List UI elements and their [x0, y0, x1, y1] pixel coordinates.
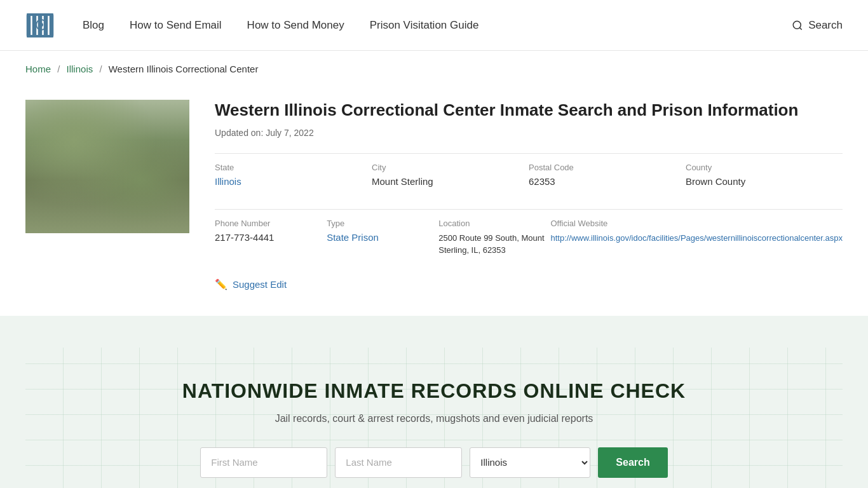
prison-title: Western Illinois Correctional Center Inm… [215, 100, 843, 121]
header-search[interactable]: Search [792, 19, 843, 32]
nav-blog[interactable]: Blog [83, 19, 104, 32]
suggest-edit-area: ✏️ Suggest Edit [215, 278, 843, 290]
city-value: Mount Sterling [372, 176, 529, 187]
aerial-svg: alleghanyshcriff.org [25, 100, 189, 233]
svg-line-23 [83, 189, 114, 201]
svg-rect-6 [27, 35, 53, 37]
svg-point-8 [39, 23, 43, 27]
location-label: Location [438, 219, 550, 228]
bottom-section-inner: NATIONWIDE INMATE RECORDS ONLINE CHECK J… [25, 348, 843, 488]
state-select[interactable]: AlabamaAlaskaArizonaArkansasCaliforniaCo… [470, 447, 590, 478]
phone-cell: Phone Number 217-773-4441 [215, 209, 327, 266]
info-grid-row1: State Illinois City Mount Sterling Posta… [215, 153, 843, 196]
search-label: Search [808, 19, 843, 32]
city-label: City [372, 163, 529, 172]
type-cell: Type State Prison [327, 209, 438, 266]
svg-line-10 [800, 27, 802, 29]
svg-rect-15 [25, 160, 189, 163]
svg-line-24 [83, 189, 114, 201]
main-content: alleghanyshcriff.org Western Illinois Co… [0, 87, 868, 316]
prison-image: alleghanyshcriff.org [25, 100, 189, 233]
website-value[interactable]: http://www.illinois.gov/idoc/facilities/… [550, 233, 843, 243]
postal-label: Postal Code [529, 163, 686, 172]
postal-cell: Postal Code 62353 [529, 153, 686, 196]
breadcrumb: Home / Illinois / Western Illinois Corre… [0, 51, 868, 87]
svg-rect-11 [25, 100, 189, 233]
state-label: State [215, 163, 372, 172]
svg-rect-29 [79, 128, 165, 224]
svg-rect-5 [27, 13, 53, 16]
state-cell: State Illinois [215, 153, 372, 196]
svg-line-26 [121, 189, 159, 201]
svg-rect-18 [108, 135, 127, 147]
pencil-icon: ✏️ [215, 278, 227, 290]
phone-value: 217-773-4441 [215, 232, 327, 243]
breadcrumb-sep-2: / [99, 64, 102, 74]
svg-rect-12 [25, 100, 189, 163]
state-value[interactable]: Illinois [215, 176, 241, 187]
bottom-section: NATIONWIDE INMATE RECORDS ONLINE CHECK J… [0, 316, 868, 488]
website-label: Official Website [550, 219, 843, 228]
search-button[interactable]: Search [598, 447, 667, 478]
main-nav: Blog How to Send Email How to Send Money… [83, 19, 792, 32]
county-value: Brown County [686, 176, 843, 187]
svg-rect-21 [108, 154, 127, 166]
svg-point-9 [793, 21, 801, 29]
bottom-subtitle: Jail records, court & arrest records, mu… [51, 413, 817, 424]
svg-rect-14 [76, 100, 80, 233]
last-name-input[interactable] [335, 447, 462, 478]
suggest-edit-link[interactable]: Suggest Edit [233, 279, 287, 290]
breadcrumb-current: Western Illinois Correctional Center [109, 64, 259, 74]
svg-rect-4 [50, 15, 53, 36]
county-label: County [686, 163, 843, 172]
breadcrumb-state[interactable]: Illinois [67, 64, 93, 74]
svg-rect-19 [130, 135, 149, 147]
website-cell: Official Website http://www.illinois.gov… [550, 209, 843, 266]
svg-rect-0 [27, 15, 31, 36]
search-icon [792, 20, 803, 31]
phone-label: Phone Number [215, 219, 327, 228]
header: Blog How to Send Email How to Send Money… [0, 0, 868, 51]
nav-how-to-send-money[interactable]: How to Send Money [247, 19, 344, 32]
type-label: Type [327, 219, 438, 228]
svg-rect-16 [83, 132, 159, 182]
bottom-title: NATIONWIDE INMATE RECORDS ONLINE CHECK [51, 379, 817, 403]
nav-prison-visitation-guide[interactable]: Prison Visitation Guide [370, 19, 479, 32]
location-cell: Location 2500 Route 99 South, Mount Ster… [438, 209, 550, 266]
breadcrumb-home[interactable]: Home [25, 64, 51, 74]
location-value: 2500 Route 99 South, Mount Sterling, IL,… [438, 232, 550, 257]
svg-line-28 [83, 205, 114, 217]
svg-rect-20 [86, 154, 105, 166]
logo-icon [25, 10, 57, 41]
inmate-search-form: AlabamaAlaskaArizonaArkansasCaliforniaCo… [51, 447, 817, 478]
svg-line-27 [83, 205, 114, 217]
breadcrumb-sep-1: / [57, 64, 60, 74]
logo[interactable] [25, 10, 57, 41]
first-name-input[interactable] [200, 447, 327, 478]
info-grid-row2: Phone Number 217-773-4441 Type State Pri… [215, 209, 843, 266]
svg-line-25 [121, 189, 159, 201]
svg-rect-13 [25, 163, 189, 233]
nav-how-to-send-email[interactable]: How to Send Email [130, 19, 222, 32]
info-section: Western Illinois Correctional Center Inm… [215, 100, 843, 290]
svg-text:alleghanyshcriff.org: alleghanyshcriff.org [89, 226, 128, 231]
county-cell: County Brown County [686, 153, 843, 196]
svg-rect-22 [130, 154, 149, 166]
aerial-photo: alleghanyshcriff.org [25, 100, 189, 233]
updated-on: Updated on: July 7, 2022 [215, 128, 843, 138]
postal-value: 62353 [529, 176, 686, 187]
type-value[interactable]: State Prison [327, 232, 379, 243]
city-cell: City Mount Sterling [372, 153, 529, 196]
svg-rect-17 [86, 135, 105, 147]
